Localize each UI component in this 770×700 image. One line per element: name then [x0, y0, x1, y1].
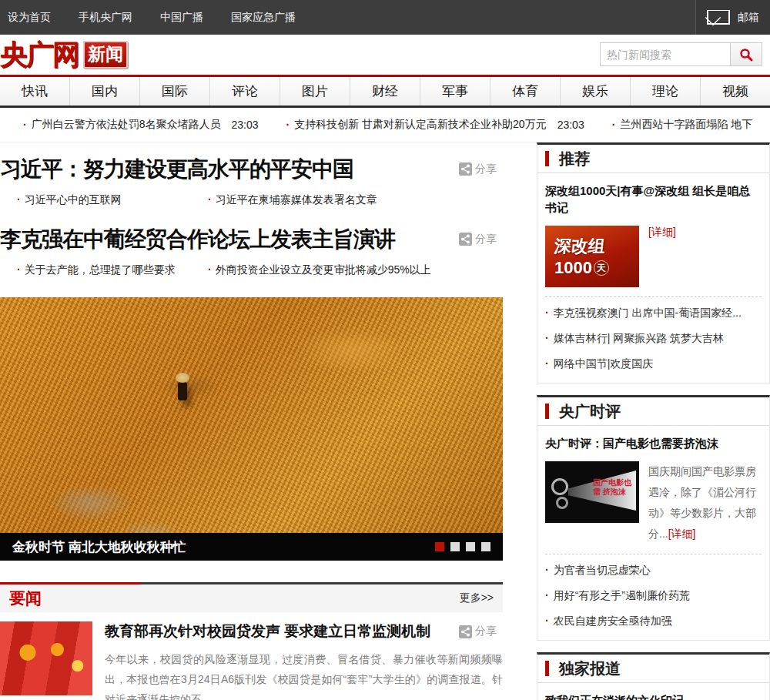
ticker-item[interactable]: · 兰州西站十字路面塌陷 地下	[612, 118, 753, 132]
main-nav: 快讯 国内 国际 评论 图片 财经 军事 体育 娱乐 理论 视频	[0, 77, 770, 108]
recommend-list-item[interactable]: ·李克强视察澳门 出席中国-葡语国家经...	[545, 300, 762, 326]
ticker-text: 兰州西站十字路面塌陷 地下	[620, 118, 752, 132]
share-button[interactable]: 分享	[459, 625, 497, 638]
exclusive-section: 独家报道 致我们正在消逝的文化印记 每一个时代，都是历史的片段，从时间深处款款走…	[537, 652, 770, 700]
recommend-list-item[interactable]: ·网络中国节|欢度国庆	[545, 351, 762, 377]
commentary-list-item[interactable]: ·农民自建房安全亟待加强	[545, 608, 762, 634]
search-button[interactable]	[730, 42, 762, 66]
bullet-icon: ·	[23, 119, 27, 131]
nav-item-guoji[interactable]: 国际	[140, 77, 210, 106]
thumb-text: 深改组	[553, 235, 639, 258]
bullet-icon: ·	[545, 357, 549, 370]
yaowen-more-link[interactable]: 更多>>	[460, 591, 494, 605]
topbar: 设为首页 手机央广网 中国广播 国家应急广播 邮箱	[0, 0, 770, 35]
share-button[interactable]: 分享	[459, 162, 497, 176]
nav-item-tiyu[interactable]: 体育	[490, 77, 561, 106]
mailbox-label: 邮箱	[738, 11, 759, 25]
top-story-2-headline[interactable]: 李克强在中葡经贸合作论坛上发表主旨演讲	[0, 226, 395, 253]
exclusive-header: 独家报道	[537, 655, 769, 683]
topbar-link-mobile-site[interactable]: 手机央广网	[79, 11, 132, 25]
carousel-photo-figure	[176, 373, 189, 399]
ticker-text: 支持科技创新 甘肃对新认定高新技术企业补助20万元	[294, 118, 546, 132]
share-button[interactable]: 分享	[459, 233, 497, 246]
mailbox-button[interactable]: 邮箱	[695, 0, 770, 35]
dashed-divider	[545, 296, 762, 297]
sidebar: 推荐 深改组1000天|有事@深改组 组长是咱总书记 深改组 1000天 [详细…	[537, 142, 770, 700]
carousel-dot-1[interactable]	[435, 542, 444, 551]
carousel-dot-4[interactable]	[481, 542, 490, 551]
carousel-dot-3[interactable]	[466, 542, 475, 551]
bullet-icon: ·	[208, 263, 212, 276]
exclusive-feature-title[interactable]: 致我们正在消逝的文化印记	[545, 692, 762, 700]
thumb-text: 国产电影也需 挤泡沫	[593, 478, 636, 497]
bullet-icon: ·	[545, 564, 549, 576]
commentary-list-item[interactable]: ·为官者当切忌虚荣心	[545, 558, 762, 583]
logo-news-badge: 新闻	[83, 41, 128, 69]
share-icon	[459, 625, 472, 638]
article-excerpt: 今年以来，校园贷的风险逐渐显现，过度消费、冒名借贷、暴力催收等新闻频频曝出，本报…	[105, 649, 503, 700]
recommend-section: 推荐 深改组1000天|有事@深改组 组长是咱总书记 深改组 1000天 [详细…	[537, 142, 770, 383]
top-story-1-headline[interactable]: 习近平：努力建设更高水平的平安中国	[0, 156, 353, 183]
bullet-icon: ·	[17, 263, 21, 276]
commentary-feature-title[interactable]: 央广时评：国产电影也需要挤泡沫	[545, 435, 762, 452]
search-input[interactable]	[600, 42, 730, 66]
share-label: 分享	[475, 625, 497, 638]
carousel-caption-bar: 金秋时节 南北大地秋收秋种忙	[0, 533, 503, 561]
recommend-feature-title[interactable]: 深改组1000天|有事@深改组 组长是咱总书记	[545, 183, 762, 216]
article-thumbnail[interactable]	[0, 621, 92, 695]
logo-cnr-text: 央广网	[0, 36, 79, 74]
nav-item-lilun[interactable]: 理论	[631, 77, 701, 106]
topbar-link-china-radio[interactable]: 中国广播	[160, 11, 203, 25]
commentary-detail-link[interactable]: [详细]	[668, 528, 696, 540]
carousel-dot-2[interactable]	[450, 542, 460, 551]
share-icon	[459, 233, 472, 246]
article-title[interactable]: 教育部再次针对校园贷发声 要求建立日常监测机制	[105, 621, 430, 641]
top-story-1: 习近平：努力建设更高水平的平安中国 分享 ·习近平心中的互联网 ·习近平在柬埔寨…	[0, 156, 503, 207]
recommend-feature-thumbnail[interactable]: 深改组 1000天	[545, 226, 639, 287]
ticker-item[interactable]: · 支持科技创新 甘肃对新认定高新技术企业补助20万元 23:03	[286, 118, 584, 132]
bullet-icon: ·	[286, 119, 290, 131]
content: 习近平：努力建设更高水平的平安中国 分享 ·习近平心中的互联网 ·习近平在柬埔寨…	[0, 142, 770, 700]
ticker-time: 23:03	[231, 119, 258, 131]
photo-carousel[interactable]: 金秋时节 南北大地秋收秋种忙	[0, 297, 503, 561]
bullet-icon: ·	[612, 119, 616, 131]
yaowen-article: 教育部再次针对校园贷发声 要求建立日常监测机制 分享 今年以来，校园贷的风险逐渐…	[0, 621, 503, 700]
topbar-link-emergency-radio[interactable]: 国家应急广播	[231, 11, 296, 25]
nav-item-tupian[interactable]: 图片	[280, 77, 350, 106]
nav-item-guonei[interactable]: 国内	[70, 77, 140, 106]
yaowen-title: 要闻	[9, 588, 42, 609]
top-story-2-sublink-2[interactable]: ·外商投资企业设立及变更审批将减少95%以上	[208, 263, 431, 277]
nav-item-kuaixun[interactable]: 快讯	[0, 77, 70, 106]
nav-item-pinglun[interactable]: 评论	[210, 77, 280, 106]
share-label: 分享	[475, 233, 497, 246]
thumb-badge: 天	[594, 260, 609, 276]
mail-icon	[707, 10, 730, 25]
top-story-1-sublink-2[interactable]: ·习近平在柬埔寨媒体发表署名文章	[208, 193, 377, 207]
thumb-text: 1000	[554, 258, 592, 278]
commentary-list-item[interactable]: ·用好“有形之手”遏制廉价药荒	[545, 583, 762, 608]
recommend-header-title: 推荐	[559, 149, 590, 169]
top-story-1-sublink-1[interactable]: ·习近平心中的互联网	[0, 193, 208, 207]
page: 设为首页 手机央广网 中国广播 国家应急广播 邮箱 央广网 新闻 快讯 国内 国…	[0, 0, 770, 700]
site-logo[interactable]: 央广网 新闻	[0, 36, 128, 74]
carousel-caption[interactable]: 金秋时节 南北大地秋收秋种忙	[12, 538, 186, 556]
nav-item-caijing[interactable]: 财经	[350, 77, 420, 106]
nav-item-shipin[interactable]: 视频	[701, 77, 770, 106]
top-story-2-sublink-1[interactable]: ·关于去产能，总理提了哪些要求	[0, 263, 208, 277]
section-marker	[545, 404, 549, 419]
nav-item-yule[interactable]: 娱乐	[561, 77, 631, 106]
bullet-icon: ·	[545, 306, 549, 319]
section-marker	[545, 661, 549, 676]
ticker-item[interactable]: · 广州白云警方依法处罚8名聚众堵路人员 23:03	[23, 118, 259, 132]
main-column: 习近平：努力建设更高水平的平安中国 分享 ·习近平心中的互联网 ·习近平在柬埔寨…	[0, 142, 503, 700]
site-header: 央广网 新闻	[0, 35, 770, 75]
dashed-divider	[545, 554, 762, 554]
search-bar	[600, 42, 762, 66]
topbar-link-set-homepage[interactable]: 设为首页	[8, 11, 51, 25]
recommend-detail-link[interactable]: [详细]	[648, 226, 676, 238]
nav-item-junshi[interactable]: 军事	[420, 77, 490, 106]
commentary-feature-thumbnail[interactable]: 国产电影也需 挤泡沫	[545, 461, 639, 523]
bullet-icon: ·	[17, 193, 21, 206]
news-ticker: · 广州白云警方依法处罚8名聚众堵路人员 23:03 · 支持科技创新 甘肃对新…	[0, 108, 770, 142]
recommend-list-item[interactable]: ·媒体吉林行| 网聚振兴路 筑梦大吉林	[545, 326, 762, 351]
